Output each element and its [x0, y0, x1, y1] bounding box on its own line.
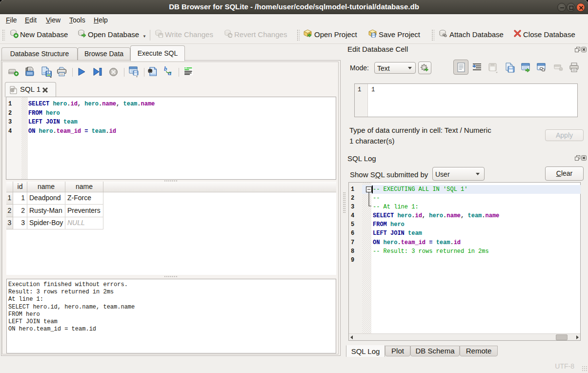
svg-text:b: b: [164, 65, 167, 72]
